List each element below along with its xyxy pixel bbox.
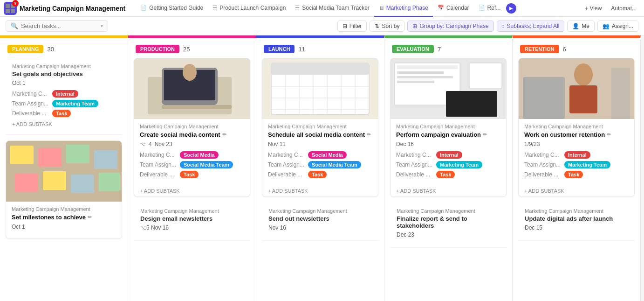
search-box[interactable]: 🔍 ▾ (6, 20, 108, 32)
column-body-retention: Marketing Campaign Management Work on cu… (513, 58, 640, 246)
field-tag[interactable]: Internal (52, 90, 78, 98)
edit-icon[interactable]: ✏ (483, 132, 487, 138)
chevron-down-icon[interactable]: ▾ (101, 23, 103, 28)
card-body: Marketing Campaign Management Set milest… (6, 202, 122, 238)
card-field: Marketing C... Internal (396, 151, 500, 159)
nav-tabs: 📄Getting Started Guide☰Product Launch Ca… (136, 0, 505, 17)
card-body: Marketing Campaign Management Work on cu… (519, 119, 634, 185)
card-body: Marketing Campaign Management Perform ca… (391, 119, 506, 185)
me-button[interactable]: 👤 Me (567, 21, 595, 32)
nav-actions: + View Automat... (581, 4, 640, 13)
column-count-production: 25 (183, 46, 190, 53)
card-field: Deliverable ... Task (396, 171, 500, 178)
edit-icon[interactable]: ✏ (607, 132, 611, 138)
card-image-launch (262, 58, 378, 119)
field-label: Marketing C... (396, 152, 433, 158)
filter-icon: ⊟ (343, 23, 347, 29)
app-logo: 9 Marketing Campaign Management (4, 2, 131, 15)
toolbar-right: ⊟ Filter ⇅ Sort by ⊞ Group by: Campaign … (337, 21, 638, 32)
tab-icon-marketing-phase: 🖥 (379, 5, 384, 11)
kanban-column-launch: LAUNCH 11 Marketing Campaign Management … (256, 35, 384, 301)
add-view-button[interactable]: + View (581, 4, 605, 13)
kanban-card[interactable]: Marketing Campaign Management Finalize r… (390, 203, 507, 248)
tab-icon-calendar: 📅 (438, 5, 444, 11)
nav-tab-getting-started[interactable]: 📄Getting Started Guide (136, 0, 208, 17)
filter-button[interactable]: ⊟ Filter (337, 21, 367, 32)
field-tag[interactable]: Social Media Team (180, 161, 233, 168)
card-date: Nov 23 (155, 141, 172, 147)
nav-tab-product-launch[interactable]: ☰Product Launch Campaign (208, 0, 290, 17)
tab-label-product-launch: Product Launch Campaign (219, 5, 286, 11)
field-tag[interactable]: Task (180, 171, 199, 178)
card-title: Set milestones to achieve ✏ (12, 214, 116, 221)
field-tag[interactable]: Task (564, 171, 583, 178)
kanban-card[interactable]: Marketing Campaign Management Schedule a… (262, 58, 378, 197)
field-tag[interactable]: Marketing Team (564, 161, 610, 168)
group-by-button[interactable]: ⊞ Group by: Campaign Phase (407, 21, 493, 32)
field-tag[interactable]: Internal (436, 151, 462, 159)
field-tag[interactable]: Task (308, 171, 327, 178)
field-tag[interactable]: Marketing Team (436, 161, 482, 168)
field-tag[interactable]: Social Media (308, 151, 347, 159)
kanban-card[interactable]: Marketing Campaign Management Perform ca… (390, 58, 507, 197)
column-badge-evaluation: EVALUATION (392, 45, 434, 53)
kanban-card[interactable]: Marketing Campaign Management Set milest… (6, 140, 122, 239)
edit-icon[interactable]: ✏ (88, 214, 92, 220)
logo-icon: 9 (4, 2, 17, 15)
field-label: Team Assign... (524, 161, 562, 168)
subtasks-icon: ↕ (502, 23, 505, 29)
column-body-production: Marketing Campaign Management Create soc… (128, 58, 256, 246)
card-image-img (6, 141, 122, 202)
card-field: Marketing C... Social Media (268, 151, 372, 159)
automate-button[interactable]: Automat... (607, 4, 640, 13)
nav-tab-marketing-phase[interactable]: 🖥Marketing Phase (374, 0, 433, 17)
nav-tab-calendar[interactable]: 📅Calendar (433, 0, 474, 17)
kanban-board: PLANNING 30 Marketing Campaign Managemen… (0, 35, 644, 301)
kanban-column-planning: PLANNING 30 Marketing Campaign Managemen… (0, 35, 128, 301)
kanban-card[interactable]: Marketing Campaign Management Create soc… (134, 58, 250, 197)
card-project: Marketing Campaign Management (396, 124, 500, 129)
field-tag[interactable]: Internal (564, 151, 590, 159)
kanban-card[interactable]: Marketing Campaign Management Update dig… (518, 203, 635, 241)
kanban-card[interactable]: Marketing Campaign Management Set goals … (6, 58, 122, 135)
field-label: Deliverable ... (524, 171, 562, 178)
assign-icon: 👥 (603, 23, 610, 29)
card-title: Update digital ads after launch (525, 215, 628, 222)
field-tag[interactable]: Task (436, 171, 455, 178)
field-tag[interactable]: Social Media (180, 151, 219, 159)
edit-icon[interactable]: ✏ (222, 132, 226, 138)
add-subtask-button[interactable]: + ADD SUBTASK (519, 185, 634, 196)
nav-tab-social-media[interactable]: ☰Social Media Team Tracker (290, 0, 374, 17)
tab-icon-social-media: ☰ (295, 5, 300, 11)
field-tag[interactable]: Task (52, 110, 71, 117)
tab-label-getting-started: Getting Started Guide (149, 5, 203, 11)
card-field: Marketing C... Social Media (140, 151, 244, 159)
card-project: Marketing Campaign Management (140, 124, 244, 129)
add-subtask-button[interactable]: + ADD SUBTASK (391, 185, 506, 196)
tab-icon-ref: 📄 (479, 5, 485, 11)
tab-label-ref: Ref... (487, 5, 501, 11)
kanban-card[interactable]: Marketing Campaign Management Work on cu… (518, 58, 635, 197)
card-field: Marketing C... Internal (524, 151, 629, 159)
card-title: Perform campaign evaluation ✏ (396, 131, 500, 138)
kanban-card[interactable]: Marketing Campaign Management Send out n… (262, 203, 378, 241)
field-tag[interactable]: Social Media Team (308, 161, 361, 168)
sort-button[interactable]: ⇅ Sort by (370, 21, 404, 32)
subtasks-button[interactable]: ↕ Subtasks: Expand All (497, 21, 565, 32)
column-count-planning: 30 (47, 46, 54, 53)
add-subtask-button[interactable]: + ADD SUBTASK (12, 119, 116, 129)
more-tabs-button[interactable]: ▶ (506, 3, 516, 14)
nav-tab-ref[interactable]: 📄Ref... (474, 0, 506, 17)
search-input[interactable] (21, 22, 98, 29)
assign-button[interactable]: 👥 Assign... (597, 21, 638, 32)
field-label: Team Assign... (12, 100, 49, 107)
subtask-icon: ⌥ (140, 225, 146, 231)
field-tag[interactable]: Marketing Team (52, 100, 98, 107)
kanban-card[interactable]: Marketing Campaign Management Design ema… (134, 203, 250, 241)
toolbar: 🔍 ▾ ⊟ Filter ⇅ Sort by ⊞ Group by: Campa… (0, 17, 644, 35)
card-project: Marketing Campaign Management (268, 208, 372, 214)
add-subtask-button[interactable]: + ADD SUBTASK (262, 185, 378, 196)
add-subtask-button[interactable]: + ADD SUBTASK (134, 185, 250, 196)
edit-icon[interactable]: ✏ (367, 132, 371, 138)
card-image-img (391, 58, 506, 119)
